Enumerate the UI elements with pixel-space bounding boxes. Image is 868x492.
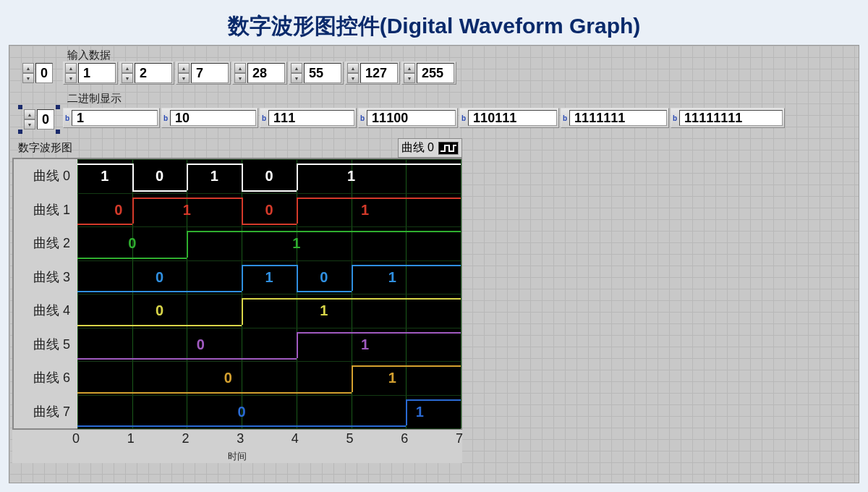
spinner-up-icon[interactable]: ▲ xyxy=(24,109,35,119)
input-index-control[interactable]: ▲ ▼ 0 xyxy=(22,63,53,83)
spinner-down-icon[interactable]: ▼ xyxy=(347,73,359,83)
waveform-value: 1 xyxy=(361,336,369,352)
x-tick: 5 xyxy=(346,431,354,446)
plot-area[interactable]: 10101010101010101010101 xyxy=(77,159,461,428)
spinner-up-icon[interactable]: ▲ xyxy=(347,63,359,73)
array-value[interactable]: 28 xyxy=(247,63,285,83)
spinner-down-icon[interactable]: ▼ xyxy=(404,73,415,83)
waveform-value: 1 xyxy=(210,168,218,184)
binary-value: 11100 xyxy=(367,110,456,126)
page-title: 数字波形图控件(Digital Waveform Graph) xyxy=(0,0,868,48)
binary-tag-icon: b xyxy=(65,114,69,122)
selection-handle-icon xyxy=(18,130,22,134)
x-tick: 2 xyxy=(182,431,189,446)
array-value[interactable]: 2 xyxy=(135,63,172,83)
spinner-up-icon[interactable]: ▲ xyxy=(291,63,302,73)
spinner-down-icon[interactable]: ▼ xyxy=(178,73,190,83)
binary-cell[interactable]: b110111 xyxy=(459,108,559,128)
spinner-down-icon[interactable]: ▼ xyxy=(234,73,246,83)
spinner-up-icon[interactable]: ▲ xyxy=(22,63,34,73)
binary-cell[interactable]: b111 xyxy=(260,108,357,128)
array-cell[interactable]: ▲▼ 255 xyxy=(401,62,456,85)
waveform-value: 0 xyxy=(156,268,163,285)
selection-handle-icon xyxy=(56,130,60,134)
array-value[interactable]: 55 xyxy=(304,63,341,83)
x-axis-label: 时间 xyxy=(12,450,462,463)
array-cell[interactable]: ▲▼ 55 xyxy=(289,62,344,85)
binary-tag-icon: b xyxy=(673,114,677,122)
binary-index-value[interactable]: 0 xyxy=(37,109,54,130)
binary-value: 1111111 xyxy=(569,110,667,126)
input-index-value[interactable]: 0 xyxy=(35,63,53,83)
waveform-value: 0 xyxy=(265,201,273,218)
spinner-down-icon[interactable]: ▼ xyxy=(22,73,34,83)
array-cell[interactable]: ▲▼ 28 xyxy=(232,62,287,85)
binary-value: 110111 xyxy=(468,110,557,126)
waveform-value: 0 xyxy=(238,403,246,420)
spinner-up-icon[interactable]: ▲ xyxy=(234,63,246,73)
selection-handle-icon xyxy=(18,105,22,109)
x-tick: 6 xyxy=(401,431,408,446)
waveform-icon xyxy=(438,142,459,155)
waveform-value: 1 xyxy=(292,235,300,252)
spinner-down-icon[interactable]: ▼ xyxy=(24,119,35,130)
y-label: 曲线 1 xyxy=(14,193,77,227)
array-cell[interactable]: ▲▼ 2 xyxy=(119,62,174,85)
waveform-value: 1 xyxy=(388,268,396,285)
waveform-value: 0 xyxy=(128,235,136,252)
binary-cell[interactable]: b11100 xyxy=(358,108,458,128)
waveform-value: 1 xyxy=(320,302,328,319)
binary-tag-icon: b xyxy=(360,114,365,122)
binary-tag-icon: b xyxy=(262,114,266,122)
binary-value: 1 xyxy=(72,110,158,126)
waveform-value: 1 xyxy=(347,168,355,184)
x-tick: 3 xyxy=(237,431,244,446)
array-value[interactable]: 255 xyxy=(417,63,454,83)
binary-tag-icon: b xyxy=(563,114,567,122)
y-label: 曲线 0 xyxy=(14,159,77,193)
plot-legend[interactable]: 曲线 0 xyxy=(398,138,462,158)
array-value[interactable]: 7 xyxy=(191,63,229,83)
front-panel: 输入数据 ▲ ▼ 0 ▲▼ 1 ▲▼ 2 ▲▼ 7 ▲▼ 28 ▲▼ 55 ▲▼ xyxy=(9,45,859,483)
y-label: 曲线 4 xyxy=(14,294,77,328)
array-cell[interactable]: ▲▼ 1 xyxy=(63,62,118,85)
x-tick: 7 xyxy=(456,431,463,446)
binary-value: 111 xyxy=(268,110,354,126)
binary-cell[interactable]: b11111111 xyxy=(671,108,785,128)
array-cell[interactable]: ▲▼ 127 xyxy=(345,62,400,85)
array-value[interactable]: 1 xyxy=(78,63,116,83)
binary-array-label: 二进制显示 xyxy=(67,92,122,106)
binary-cell[interactable]: b10 xyxy=(161,108,258,128)
binary-index-control[interactable]: ▲▼ 0 xyxy=(20,106,59,132)
legend-label: 曲线 0 xyxy=(401,140,434,156)
waveform-value: 0 xyxy=(265,168,273,184)
y-label: 曲线 5 xyxy=(14,328,77,362)
binary-cell[interactable]: b1111111 xyxy=(561,108,669,128)
waveform-value: 0 xyxy=(114,201,122,218)
binary-tag-icon: b xyxy=(461,114,466,122)
array-cell[interactable]: ▲▼ 7 xyxy=(176,62,231,85)
array-value[interactable]: 127 xyxy=(360,63,398,83)
waveform-value: 1 xyxy=(388,370,396,386)
waveform-value: 0 xyxy=(197,336,205,352)
spinner-down-icon[interactable]: ▼ xyxy=(65,73,77,83)
spinner-down-icon[interactable]: ▼ xyxy=(122,73,133,83)
binary-cell[interactable]: b1 xyxy=(63,108,160,128)
spinner-up-icon[interactable]: ▲ xyxy=(65,63,77,73)
waveform-value: 1 xyxy=(183,201,191,218)
spinner-up-icon[interactable]: ▲ xyxy=(122,63,133,73)
spinner-up-icon[interactable]: ▲ xyxy=(178,63,190,73)
binary-tag-icon: b xyxy=(163,114,168,122)
spinner-up-icon[interactable]: ▲ xyxy=(404,63,415,73)
y-label: 曲线 3 xyxy=(14,260,77,294)
waveform-value: 1 xyxy=(265,268,273,285)
spinner-down-icon[interactable]: ▼ xyxy=(291,73,302,83)
waveform-value: 0 xyxy=(156,168,163,184)
digital-waveform-graph[interactable]: 曲线 0 曲线 0 曲线 1 曲线 2 曲线 3 曲线 4 曲线 5 曲线 6 … xyxy=(12,138,462,463)
input-array-label: 输入数据 xyxy=(67,48,111,62)
binary-value: 10 xyxy=(170,110,256,126)
x-tick: 0 xyxy=(72,431,80,446)
x-tick: 4 xyxy=(292,431,299,446)
waveform-value: 0 xyxy=(320,268,328,285)
input-array: ▲▼ 1 ▲▼ 2 ▲▼ 7 ▲▼ 28 ▲▼ 55 ▲▼ 127 ▲▼ 255 xyxy=(63,62,456,85)
